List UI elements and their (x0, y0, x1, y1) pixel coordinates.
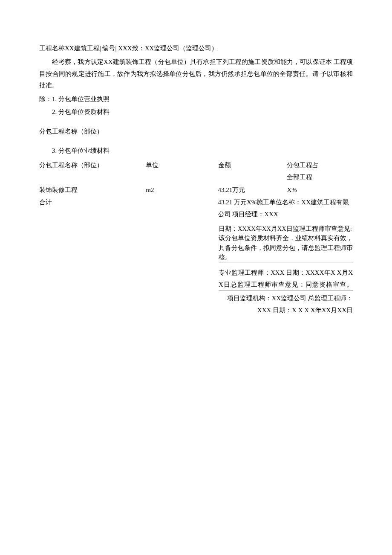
section-label: 分包工程名称（部位） (39, 126, 353, 138)
right-block-1: 日期：XXXX年XX月XX日监理工程师审查意见: 该分包单位资质材料齐全，业绩材… (39, 224, 353, 317)
th-pct-line1: 分包工程占 (287, 160, 353, 171)
divider-1 (219, 262, 353, 262)
td-amount: 43.21万元 (218, 184, 287, 196)
th-amount: 金额 (218, 160, 287, 171)
sub-table: 分包工程名称（部位） 单位 金额 分包工程占 全部工程 装饰装修工程 m2 43… (39, 160, 353, 221)
td-pct: X% (287, 184, 353, 196)
th-name: 分包工程名称（部位） (39, 160, 146, 171)
review-opinion-3: 项目监理机构：XX监理公司 总监理工程师：XXX 日期：X X X X年XX月X… (219, 292, 353, 317)
td-name: 装饰装修工程 (39, 184, 146, 196)
th-pct: 分包工程占 全部工程 (287, 160, 353, 183)
th-pct-line2: 全部工程 (287, 171, 353, 183)
list-item-2: 2. 分包单位资质材料 (39, 106, 353, 118)
header-text: 工程名称XX建筑工程| 编号| XXX致：XX监理公司（监理公司） (39, 45, 218, 52)
body-paragraph: 经考察，我方认定XX建筑装饰工程（分包单位）具有承担下列工程的施工资质和能力，可… (39, 56, 353, 92)
review-opinion-1: 日期：XXXX年XX月XX日监理工程师审查意见: 该分包单位资质材料齐全，业绩材… (219, 224, 353, 262)
td-total-right: 43.21 万元X%施工单位名称：XX建筑工程有限公司 项目经理：XXX (218, 197, 353, 221)
td-total-label: 合计 (39, 197, 218, 209)
td-unit: m2 (146, 184, 218, 196)
list-item-3: 3. 分包单位业绩材料 (39, 145, 353, 157)
table-header-row: 分包工程名称（部位） 单位 金额 分包工程占 全部工程 (39, 160, 353, 183)
table-data-row: 装饰装修工程 m2 43.21万元 X% (39, 184, 353, 196)
header-line: 工程名称XX建筑工程| 编号| XXX致：XX监理公司（监理公司） (39, 43, 353, 55)
except-line: 除：1. 分包单位营业执照 (39, 93, 353, 105)
th-unit: 单位 (146, 160, 218, 171)
review-opinion-2: 专业监理工程师：XXX 日期：XXXX年X X月X X日总监理工程师审查意见：同… (219, 267, 353, 291)
table-total-row: 合计 43.21 万元X%施工单位名称：XX建筑工程有限公司 项目经理：XXX (39, 197, 353, 221)
